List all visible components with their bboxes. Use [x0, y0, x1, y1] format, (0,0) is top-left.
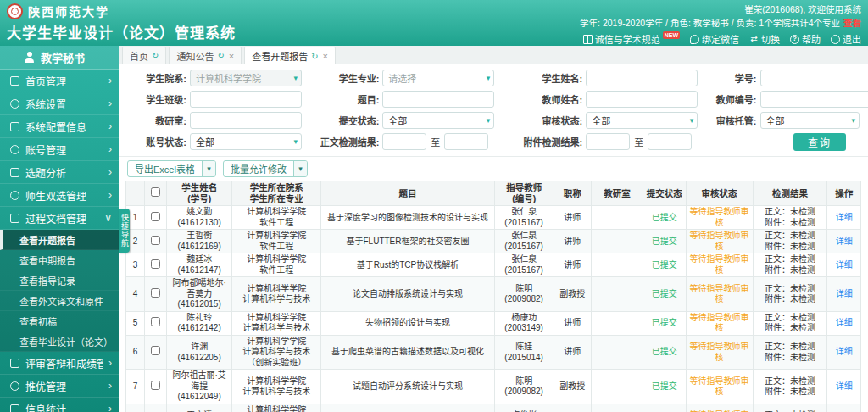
sidebar-flyout-tab[interactable]: 快捷导航: [119, 209, 130, 253]
chevron-right-icon: ›: [108, 189, 112, 201]
student-name: 阿尔祖古丽·艾海提: [170, 370, 229, 392]
office-input[interactable]: [190, 112, 302, 129]
student-no-input[interactable]: [760, 70, 868, 86]
chevron-down-icon: ▾: [690, 116, 694, 125]
teacher-no-input[interactable]: [760, 91, 868, 108]
row-checkbox[interactable]: [151, 346, 160, 355]
student-major-select[interactable]: 请选择 ▾: [382, 70, 494, 86]
detail-link[interactable]: 详细: [836, 381, 853, 391]
new-badge: NEW: [663, 31, 680, 39]
gear-icon: [10, 99, 19, 109]
view-majors-link[interactable]: 查看: [843, 18, 861, 28]
logout-link[interactable]: 退出: [831, 32, 861, 46]
teacher-rank: 副教授: [554, 370, 591, 404]
filter-submit-status: 提交状态: 全部 ▾: [303, 112, 508, 129]
review-status: 等待指导教师审核: [686, 311, 753, 335]
user-icon: [24, 52, 35, 63]
tab-view-proposal[interactable]: 查看开题报告 ↻ ×: [244, 47, 336, 64]
sidebar-item-topic-analysis[interactable]: 选题分析 ›: [0, 161, 119, 184]
submit-status-select[interactable]: 全部 ▾: [382, 112, 494, 129]
sidebar-item-mutual-selection[interactable]: 师生双选管理 ›: [0, 184, 119, 207]
report-table-body: 1 姚文勤 (41612130) 计算机科学学院 软件工程 基于深度学习的图像检…: [126, 206, 861, 412]
filter-attach-check: 附件检测结果: 至: [508, 133, 705, 150]
sidebar-item-home[interactable]: 首页管理 ›: [0, 70, 119, 92]
main-content: 首页 ↻ 通知公告 ↻ × 查看开题报告 ↻ × 学生院系: 计算机科学学院: [119, 46, 868, 412]
sidebar-item-account[interactable]: 账号管理 ›: [0, 138, 119, 161]
teacher-no: (2015167): [498, 242, 551, 253]
sidebar-item-view-draft[interactable]: 查看初稿: [0, 311, 119, 331]
sidebar-item-view-guidance[interactable]: 查看指导记录: [0, 270, 119, 291]
sidebar-item-view-proposal[interactable]: 查看开题报告: [0, 230, 119, 250]
row-checkbox[interactable]: [151, 212, 160, 221]
attach-check-result: 附件：未检测: [756, 218, 825, 229]
integrity-link[interactable]: 诚信与学术规范 NEW: [583, 32, 680, 46]
sidebar-item-statistics[interactable]: 信息统计 ›: [0, 398, 119, 412]
row-checkbox[interactable]: [151, 259, 160, 269]
detail-link[interactable]: 详细: [836, 237, 853, 246]
filter-student-major: 学生专业: 请选择 ▾: [303, 70, 508, 86]
export-excel-button[interactable]: 导出Excel表格 ▾: [127, 160, 216, 177]
body-check-min-input[interactable]: [382, 133, 426, 150]
sidebar-item-system-config[interactable]: 系统配置信息 ›: [0, 115, 119, 138]
title-input[interactable]: [382, 91, 494, 108]
row-checkbox[interactable]: [151, 381, 160, 390]
detail-link[interactable]: 详细: [836, 260, 853, 270]
chevron-down-icon: ▾: [487, 116, 491, 125]
teacher-name: 杨康功: [498, 313, 551, 324]
select-all-checkbox[interactable]: [151, 187, 160, 197]
row-checkbox[interactable]: [151, 288, 160, 298]
student-name-input[interactable]: [586, 70, 698, 86]
refresh-icon[interactable]: ↻: [311, 52, 318, 61]
body-check-max-input[interactable]: [444, 133, 488, 150]
review-status-select[interactable]: 全部 ▾: [586, 112, 698, 129]
switch-role-link[interactable]: ⇄ 切换: [749, 32, 780, 46]
sidebar-item-process-docs[interactable]: 过程文档管理 ∨: [0, 207, 119, 230]
sidebar-item-system-settings[interactable]: 系统设置 ›: [0, 92, 119, 115]
detail-link[interactable]: 详细: [836, 347, 853, 356]
sidebar-item-view-translation[interactable]: 查看外文译文和原件: [0, 291, 119, 311]
edit-icon: [10, 359, 19, 368]
chevron-down-icon: ▾: [851, 116, 855, 125]
row-index: 5: [126, 311, 145, 335]
tab-notice[interactable]: 通知公告 ↻ ×: [169, 47, 242, 64]
refresh-icon[interactable]: ↻: [217, 51, 224, 60]
detail-link[interactable]: 详细: [836, 289, 853, 298]
thesis-title: 基于深度学习的图像检测技术的设计与实现: [321, 206, 494, 230]
account-status-select[interactable]: 全部 ▾: [190, 133, 302, 150]
student-major: 计算机科学与技术: [235, 387, 318, 398]
sidebar-item-view-midterm[interactable]: 查看中期报告: [0, 250, 119, 270]
help-link[interactable]: ? 帮助: [790, 32, 821, 46]
teacher-name-input[interactable]: [586, 91, 698, 108]
sidebar-menu: 首页管理 › 系统设置 › 系统配置信息 › 账号管理 › 选题分析 ›: [0, 70, 119, 412]
detail-link[interactable]: 详细: [836, 318, 853, 327]
sidebar-item-review-defense[interactable]: 评审答辩和成绩管理 ›: [0, 352, 119, 375]
row-checkbox[interactable]: [151, 317, 160, 326]
refresh-icon[interactable]: ↻: [152, 51, 159, 60]
batch-allow-edit-button[interactable]: 批量允许修改 ▾: [223, 160, 308, 177]
tab-home[interactable]: 首页 ↻: [122, 47, 166, 64]
caret-down-icon[interactable]: ▾: [293, 161, 307, 176]
review-trust-select[interactable]: 全部 ▾: [760, 112, 860, 129]
class-input[interactable]: [190, 91, 302, 108]
bind-wechat-link[interactable]: 绑定微信: [690, 32, 739, 46]
col-rank: 职称: [554, 181, 591, 206]
office-cell: [591, 253, 643, 277]
sidebar-item-view-thesis[interactable]: 查看毕业设计（论文）: [0, 331, 119, 352]
student-dept: 计算机科学学院: [235, 207, 318, 218]
student-dept-select[interactable]: 计算机科学学院 ▾: [190, 70, 302, 86]
row-index: 7: [126, 370, 145, 404]
caret-down-icon[interactable]: ▾: [202, 161, 215, 176]
detail-link[interactable]: 详细: [836, 213, 853, 222]
teacher-name: 张仁泉: [498, 254, 551, 265]
submit-status: 已提交: [643, 335, 686, 370]
student-dept: 计算机科学学院: [235, 337, 318, 348]
attach-check-min-input[interactable]: [586, 133, 630, 150]
search-button[interactable]: 查询: [793, 133, 846, 151]
body-check-result: 正文：未检测: [756, 254, 825, 265]
col-submit-status: 提交状态: [643, 181, 686, 206]
row-checkbox[interactable]: [151, 236, 160, 245]
close-icon[interactable]: ×: [229, 51, 234, 61]
attach-check-max-input[interactable]: [648, 133, 692, 150]
close-icon[interactable]: ×: [323, 51, 328, 61]
sidebar-item-recommend[interactable]: 推优管理 ›: [0, 375, 119, 398]
